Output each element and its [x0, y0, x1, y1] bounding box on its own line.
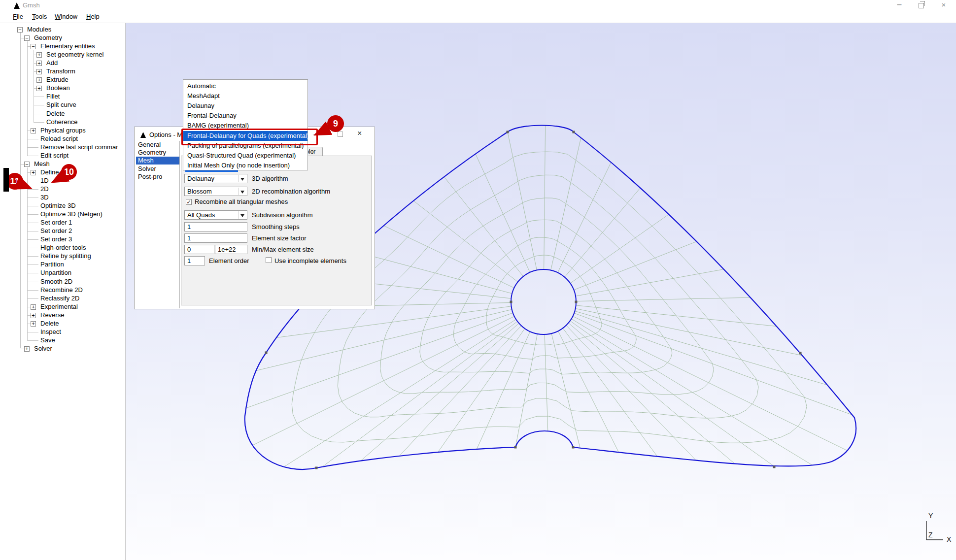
recombination-combo[interactable]: Blossom: [184, 187, 247, 196]
dropdown-option-bamg-experimental-[interactable]: BAMG (experimental): [183, 121, 307, 131]
minimize-button[interactable]: –: [888, 0, 910, 11]
tree-item-high-order-tools[interactable]: High-order tools: [40, 244, 86, 252]
tree-guide-line: [34, 97, 44, 97]
collapse-toggle[interactable]: −: [17, 27, 23, 33]
tree-item-extrude[interactable]: Extrude: [46, 76, 68, 84]
tree-item-boolean[interactable]: Boolean: [46, 84, 70, 92]
tree-item-set-order-3[interactable]: Set order 3: [40, 235, 72, 243]
tree-item-delete[interactable]: Delete: [46, 110, 65, 118]
tree-item-3d[interactable]: 3D: [40, 194, 49, 201]
tree-guide-line: [27, 324, 31, 324]
tree-item-unpartition[interactable]: Unpartition: [40, 269, 71, 277]
dialog-nav-solver[interactable]: Solver: [136, 165, 179, 173]
tree-item-reload-script[interactable]: Reload script: [40, 135, 78, 143]
expand-toggle[interactable]: +: [36, 61, 42, 66]
close-button[interactable]: ×: [933, 0, 955, 11]
incomplete-elements-checkbox[interactable]: [266, 257, 272, 263]
dropdown-option-frontal-delaunay-for-quads-experimental-[interactable]: Frontal-Delaunay for Quads (experimental…: [183, 131, 307, 141]
expand-toggle[interactable]: +: [36, 86, 42, 91]
tree-item-transform[interactable]: Transform: [46, 67, 75, 75]
menu-help[interactable]: Help: [86, 13, 100, 20]
dialog-minimize-button[interactable]: –: [313, 129, 317, 137]
expand-toggle[interactable]: +: [31, 128, 36, 133]
collapse-toggle[interactable]: −: [24, 162, 30, 167]
tree-item-solver[interactable]: Solver: [34, 345, 52, 353]
tree-item-coherence[interactable]: Coherence: [46, 118, 78, 126]
dialog-nav-general[interactable]: General: [136, 141, 179, 149]
tree-item-optimize-3d[interactable]: Optimize 3D: [40, 202, 76, 210]
tree-item-delete[interactable]: Delete: [40, 320, 59, 328]
dropdown-option-quasi-structured-quad-experimental-[interactable]: Quasi-Structured Quad (experimental): [183, 151, 307, 161]
tree-item-set-geometry-kernel[interactable]: Set geometry kernel: [46, 51, 103, 59]
dropdown-option-frontal-delaunay[interactable]: Frontal-Delaunay: [183, 111, 307, 121]
tree-guide-line: [27, 131, 31, 131]
dropdown-option-initial-mesh-only-no-node-insertion-[interactable]: Initial Mesh Only (no node insertion): [183, 161, 307, 170]
smoothing-steps-input[interactable]: 1: [184, 222, 247, 231]
tree-guide-line: [27, 231, 38, 231]
algorithm3d-combo[interactable]: Delaunay: [184, 174, 247, 183]
subdivision-combo[interactable]: All Quads: [184, 210, 247, 220]
tree-item-remove-last-script-commar[interactable]: Remove last script commar: [40, 143, 118, 151]
dialog-close-button[interactable]: ×: [357, 129, 362, 138]
tree-guide-line: [27, 340, 38, 341]
tree-item-experimental[interactable]: Experimental: [40, 303, 78, 311]
tree-item-reclassify-2d[interactable]: Reclassify 2D: [40, 295, 79, 302]
size-factor-input[interactable]: 1: [184, 233, 247, 243]
dialog-nav-post-pro[interactable]: Post-pro: [136, 173, 179, 181]
expand-toggle[interactable]: +: [36, 69, 42, 74]
tree-item-set-order-2[interactable]: Set order 2: [40, 227, 72, 235]
tree-guide-line: [27, 139, 38, 139]
collapse-toggle[interactable]: −: [31, 44, 36, 49]
tree-item-2d[interactable]: 2D: [40, 185, 49, 193]
expand-toggle[interactable]: +: [31, 321, 36, 327]
min-size-input[interactable]: 0: [184, 245, 214, 254]
chevron-down-icon: [240, 191, 244, 194]
menu-tools[interactable]: Tools: [32, 13, 47, 20]
tree-item-recombine-2d[interactable]: Recombine 2D: [40, 286, 83, 294]
menu-window[interactable]: Window: [55, 13, 77, 20]
tree-item-save[interactable]: Save: [40, 336, 55, 344]
tree-item-elementary-entities[interactable]: Elementary entities: [40, 42, 95, 50]
dropdown-option-meshadapt[interactable]: MeshAdapt: [183, 91, 307, 101]
recombine-all-checkbox[interactable]: ✓: [186, 199, 192, 205]
incomplete-elements-label: Use incomplete elements: [274, 257, 346, 264]
tree-item-define[interactable]: Define: [40, 168, 59, 176]
expand-toggle[interactable]: +: [31, 170, 36, 175]
dialog-nav-mesh[interactable]: Mesh: [136, 157, 179, 165]
expand-toggle[interactable]: +: [36, 52, 42, 58]
expand-toggle[interactable]: +: [36, 77, 42, 83]
menu-file[interactable]: File: [13, 13, 23, 20]
dialog-nav-geometry[interactable]: Geometry: [136, 149, 179, 157]
element-order-input[interactable]: 1: [184, 256, 205, 265]
expand-toggle[interactable]: +: [31, 304, 36, 310]
tree-guide-line: [27, 214, 38, 215]
dialog-restore-button[interactable]: [338, 132, 343, 137]
dropdown-option-packing-of-parallelograms-experimental-[interactable]: Packing of parallelograms (experimental): [183, 141, 307, 151]
smoothing-steps-label: Smoothing steps: [252, 223, 300, 231]
collapse-toggle[interactable]: −: [24, 35, 30, 41]
tree-guide-line: [34, 122, 44, 123]
recombination-value: Blossom: [187, 188, 212, 195]
tree-item-fillet[interactable]: Fillet: [46, 93, 60, 100]
tree-item-add[interactable]: Add: [46, 59, 58, 67]
tree-item-geometry[interactable]: Geometry: [34, 34, 62, 42]
tree-item-reverse[interactable]: Reverse: [40, 311, 64, 319]
tree-item-optimize-3d-netgen-[interactable]: Optimize 3D (Netgen): [40, 210, 102, 218]
tree-item-1d[interactable]: 1D: [40, 177, 49, 185]
expand-toggle[interactable]: +: [31, 313, 36, 318]
tree-item-partition[interactable]: Partition: [40, 261, 64, 268]
max-size-input[interactable]: 1e+22: [215, 245, 247, 254]
restore-button[interactable]: [919, 3, 924, 8]
expand-toggle[interactable]: +: [24, 346, 30, 352]
tree-item-mesh[interactable]: Mesh: [34, 160, 50, 168]
tree-item-modules[interactable]: Modules: [27, 26, 51, 33]
dropdown-option-delaunay[interactable]: Delaunay: [183, 101, 307, 111]
tree-item-edit-script[interactable]: Edit script: [40, 152, 68, 160]
tree-item-physical-groups[interactable]: Physical groups: [40, 127, 86, 134]
tree-item-inspect[interactable]: Inspect: [40, 328, 61, 336]
tree-item-smooth-2d[interactable]: Smooth 2D: [40, 278, 72, 286]
tree-item-refine-by-splitting[interactable]: Refine by splitting: [40, 252, 91, 260]
tree-item-set-order-1[interactable]: Set order 1: [40, 219, 72, 227]
tree-item-split-curve[interactable]: Split curve: [46, 101, 76, 109]
dropdown-option-automatic[interactable]: Automatic: [183, 81, 307, 91]
